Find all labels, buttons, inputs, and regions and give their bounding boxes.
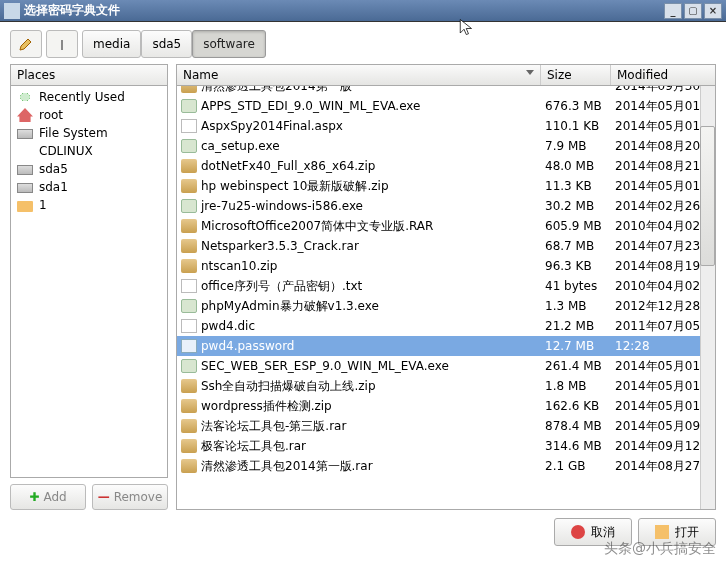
file-row[interactable]: hp webinspect 10最新版破解.zip11.3 KB2014年05月… [177, 176, 715, 196]
drive-icon [17, 129, 33, 139]
file-row[interactable]: pwd4.dic21.2 MB2011年07月05日 [177, 316, 715, 336]
place-label: root [39, 108, 63, 122]
file-name: wordpress插件检测.zip [201, 398, 332, 415]
file-name: pwd4.password [201, 339, 294, 353]
breadcrumb-media[interactable]: media [82, 30, 141, 58]
file-row[interactable]: 清然渗透工具包2014第一版2014年09月30日 [177, 86, 715, 96]
folder-icon [17, 201, 33, 212]
open-button[interactable]: 打开 [638, 518, 716, 546]
maximize-button[interactable]: ▢ [684, 3, 702, 19]
breadcrumb-sda5[interactable]: sda5 [141, 30, 192, 58]
column-modified[interactable]: Modified [611, 65, 715, 85]
file-name: AspxSpy2014Final.aspx [201, 119, 343, 133]
file-icon [181, 259, 197, 273]
file-row[interactable]: 极客论坛工具包.rar314.6 MB2014年09月12日 [177, 436, 715, 456]
file-size: 1.8 MB [541, 379, 611, 393]
close-button[interactable]: × [704, 3, 722, 19]
places-header: Places [10, 64, 168, 85]
file-name: APPS_STD_EDI_9.0_WIN_ML_EVA.exe [201, 99, 420, 113]
add-bookmark-button[interactable]: ✚Add [10, 484, 86, 510]
file-name: dotNetFx40_Full_x86_x64.zip [201, 159, 375, 173]
file-row[interactable]: ntscan10.zip96.3 KB2014年08月19日 [177, 256, 715, 276]
file-size: 68.7 MB [541, 239, 611, 253]
breadcrumb-software[interactable]: software [192, 30, 266, 58]
place-item[interactable]: File System [11, 124, 167, 142]
place-item[interactable]: root [11, 106, 167, 124]
place-item[interactable]: 1 [11, 196, 167, 214]
file-size: 11.3 KB [541, 179, 611, 193]
scrollbar[interactable] [700, 86, 715, 509]
home-icon [17, 108, 33, 122]
remove-bookmark-button[interactable]: —Remove [92, 484, 168, 510]
place-label: File System [39, 126, 108, 140]
breadcrumb-root[interactable] [46, 30, 78, 58]
column-name[interactable]: Name [177, 65, 541, 85]
file-name: ca_setup.exe [201, 139, 280, 153]
file-icon [181, 299, 197, 313]
file-size: 1.3 MB [541, 299, 611, 313]
file-name: pwd4.dic [201, 319, 255, 333]
file-icon [181, 379, 197, 393]
drive-icon [17, 183, 33, 193]
file-row[interactable]: 法客论坛工具包-第三版.rar878.4 MB2014年05月09日 [177, 416, 715, 436]
breadcrumb: mediasda5software [10, 30, 716, 58]
cancel-button[interactable]: 取消 [554, 518, 632, 546]
file-size: 110.1 KB [541, 119, 611, 133]
file-row[interactable]: pwd4.password12.7 MB12:28 [177, 336, 715, 356]
file-list: Name Size Modified 清然渗透工具包2014第一版2014年09… [176, 64, 716, 510]
file-row[interactable]: office序列号（产品密钥）.txt41 bytes2010年04月02日 [177, 276, 715, 296]
file-size: 96.3 KB [541, 259, 611, 273]
file-row[interactable]: 清然渗透工具包2014第一版.rar2.1 GB2014年08月27日 [177, 456, 715, 476]
file-row[interactable]: ca_setup.exe7.9 MB2014年08月20日 [177, 136, 715, 156]
clock-icon [17, 90, 33, 104]
file-icon [181, 239, 197, 253]
file-name: 极客论坛工具包.rar [201, 438, 306, 455]
file-row[interactable]: phpMyAdmin暴力破解v1.3.exe1.3 MB2012年12月28日 [177, 296, 715, 316]
file-size: 48.0 MB [541, 159, 611, 173]
file-size: 7.9 MB [541, 139, 611, 153]
file-icon [181, 99, 197, 113]
file-icon [181, 439, 197, 453]
minimize-button[interactable]: _ [664, 3, 682, 19]
file-name: 法客论坛工具包-第三版.rar [201, 418, 346, 435]
file-row[interactable]: dotNetFx40_Full_x86_x64.zip48.0 MB2014年0… [177, 156, 715, 176]
file-size: 41 bytes [541, 279, 611, 293]
place-label: 1 [39, 198, 47, 212]
file-icon [181, 199, 197, 213]
file-icon [181, 339, 197, 353]
file-row[interactable]: Netsparker3.5.3_Crack.rar68.7 MB2014年07月… [177, 236, 715, 256]
file-name: phpMyAdmin暴力破解v1.3.exe [201, 298, 379, 315]
file-row[interactable]: wordpress插件检测.zip162.6 KB2014年05月01日 [177, 396, 715, 416]
file-row[interactable]: Ssh全自动扫描爆破自动上线.zip1.8 MB2014年05月01日 [177, 376, 715, 396]
file-name: SEC_WEB_SER_ESP_9.0_WIN_ML_EVA.exe [201, 359, 449, 373]
file-row[interactable]: AspxSpy2014Final.aspx110.1 KB2014年05月01日 [177, 116, 715, 136]
file-size: 676.3 MB [541, 99, 611, 113]
place-item[interactable]: Recently Used [11, 88, 167, 106]
plus-icon: ✚ [29, 490, 39, 504]
file-icon [181, 319, 197, 333]
file-row[interactable]: SEC_WEB_SER_ESP_9.0_WIN_ML_EVA.exe261.4 … [177, 356, 715, 376]
file-icon [181, 359, 197, 373]
column-size[interactable]: Size [541, 65, 611, 85]
file-icon [181, 219, 197, 233]
minus-icon: — [98, 490, 110, 504]
file-row[interactable]: jre-7u25-windows-i586.exe30.2 MB2014年02月… [177, 196, 715, 216]
place-item[interactable]: sda1 [11, 178, 167, 196]
place-item[interactable]: CDLINUX [11, 142, 167, 160]
file-row[interactable]: MicrosoftOffice2007简体中文专业版.RAR605.9 MB20… [177, 216, 715, 236]
file-icon [181, 279, 197, 293]
file-size: 314.6 MB [541, 439, 611, 453]
file-size: 12.7 MB [541, 339, 611, 353]
file-icon [181, 179, 197, 193]
pencil-icon [18, 36, 34, 52]
edit-path-button[interactable] [10, 30, 42, 58]
file-icon [181, 119, 197, 133]
file-row[interactable]: APPS_STD_EDI_9.0_WIN_ML_EVA.exe676.3 MB2… [177, 96, 715, 116]
file-icon [181, 419, 197, 433]
scrollbar-thumb[interactable] [700, 126, 715, 266]
file-name: Ssh全自动扫描爆破自动上线.zip [201, 378, 376, 395]
window-title: 选择密码字典文件 [24, 2, 120, 19]
sort-indicator-icon [526, 70, 534, 75]
file-name: hp webinspect 10最新版破解.zip [201, 178, 389, 195]
place-item[interactable]: sda5 [11, 160, 167, 178]
